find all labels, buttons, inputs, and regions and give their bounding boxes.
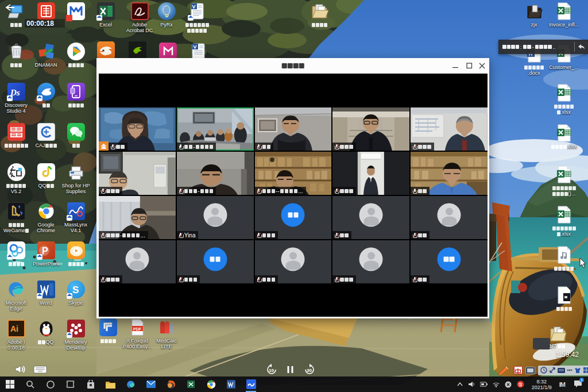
svg-text:PDF: PDF — [133, 327, 142, 331]
svg-text:Ai: Ai — [10, 324, 18, 333]
svg-text:P: P — [42, 246, 48, 256]
svg-text:30: 30 — [307, 368, 312, 373]
svg-text:S: S — [72, 285, 79, 295]
svg-text:S: S — [519, 382, 522, 387]
svg-text:10: 10 — [269, 368, 274, 373]
